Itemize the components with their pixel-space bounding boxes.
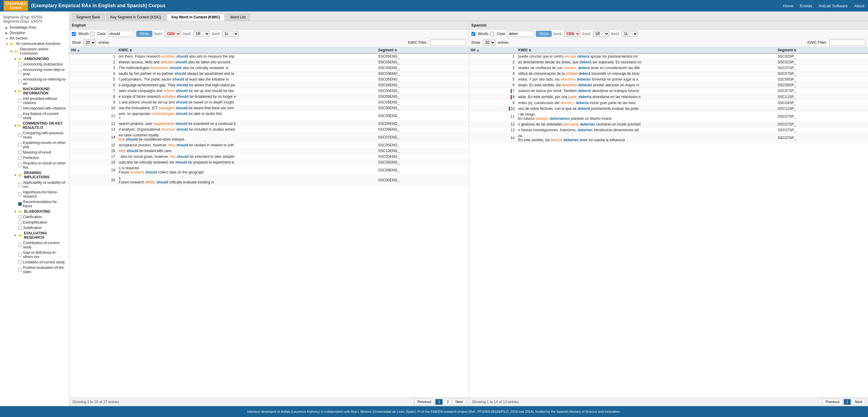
table-row[interactable]: 10uno de estos factores. con lo que se d… [469,106,868,112]
table-row[interactable]: 13n futuras investigaciones. Asimismo, d… [469,127,868,133]
checkbox-icon[interactable] [18,253,22,257]
checkbox-icon[interactable] [18,226,22,230]
nav-about[interactable]: About [854,4,864,8]
table-row[interactable]: 9entes (ej. cuestionario del director), … [469,100,868,106]
sidebar-item-ann-move[interactable]: Announcing-move-step-or-prop [0,67,69,77]
nav-home[interactable]: Home [783,4,794,8]
table-row[interactable]: 6empo. En este sentido, los directivos d… [469,82,868,88]
checkbox-icon[interactable] [18,99,22,102]
eng-next-btn[interactable]: Next [453,399,466,405]
sidebar-item-announcing[interactable]: ▼ 📁 ANNOUNCING [0,56,69,62]
sidebar-item-meaning[interactable]: Meaning-of-result [0,150,69,155]
esp-next-btn[interactable]: Next [852,399,865,405]
checkbox-icon[interactable] [18,151,22,154]
spanish-show-button[interactable]: Show [536,31,552,37]
table-row[interactable]: 16they should be treated with care.SSC10… [69,148,469,154]
table-row[interactable]: 10use the innovations. ICT managers shou… [69,105,469,111]
sidebar-item-applicability[interactable]: Applicability-or-usability-of-res- [0,180,69,189]
sidebar-item-comparing[interactable]: Comparing-with-previous-resea [0,130,69,140]
table-row[interactable]: 14za. En este sentido, los bancos deberí… [469,133,868,143]
nav-antlab[interactable]: AntLab Software [818,4,847,8]
sidebar-item-reaction[interactable]: Reaction-to-result-or-other-fea [0,160,69,170]
table-row[interactable]: 9s and actions should be set up and shou… [69,99,469,105]
table-row[interactable]: 18ould also be critically reviewed: we s… [69,159,469,166]
entries-select-eng[interactable]: 201050 [83,39,96,46]
sidebar-item-gap[interactable]: Gap-or-deficiency-in-others-res- [0,250,69,260]
sidebar-item-justification[interactable]: Justification [0,225,69,231]
th-hit-esp[interactable]: Hit ▲ [469,47,517,53]
sidebar-item-commenting[interactable]: ▼ 📁 COMMENTING ON KEY RESULTS O [0,121,69,130]
sidebar-item-limitation[interactable]: Limitation-of-current study [0,260,69,265]
eng-prev-btn[interactable]: Previous [415,399,434,405]
table-row[interactable]: 1om them. Future research activities sho… [69,53,469,59]
table-row[interactable]: 12s gestores de las entidades bancarias … [469,122,868,127]
table-row[interactable]: 3niveles de confianza de sus clientes, d… [469,65,868,71]
checkbox-icon[interactable] [18,133,22,137]
checkbox-icon[interactable]: ✓ [18,202,22,206]
case-checkbox-esp[interactable] [490,32,494,36]
sidebar-item-prediction[interactable]: Prediction [0,155,69,160]
checkbox-icon[interactable] [18,156,22,159]
checkbox-icon[interactable] [18,243,22,247]
table-row[interactable]: 1puede concluir que el centro escolar de… [469,53,868,59]
sort1-select-esp[interactable]: CEN1L1R [564,31,580,37]
table-row[interactable]: 8adas. En este sentido, por una parte, d… [469,94,868,100]
table-row[interactable]: 4olítica de comunicación de la entidad d… [469,71,868,77]
table-row[interactable]: 8e scope of future research activities s… [69,94,469,99]
kwic-filter-input-esp[interactable] [829,39,866,46]
table-row[interactable]: 12search projects. user requirements sho… [69,121,469,127]
table-row[interactable]: 5erdos. Y por otro lado, los directivos … [469,77,868,82]
english-keyword-input[interactable] [107,31,134,37]
sidebar-item-all-comm[interactable]: ▼ 📁 All communicative functions [0,41,69,47]
sort3-select-eng[interactable]: 1LCEN1R [222,31,239,37]
sidebar-item-key-feature[interactable]: Key-feature-of-current-study [0,111,69,121]
tab-segment-bank[interactable]: Segment Bank [72,13,105,21]
table-row[interactable]: 15acceptance process. however, they shou… [69,142,469,148]
sort2-select-esp[interactable]: 1RCEN1L [593,31,609,37]
tab-ksic[interactable]: Key Segment in Context (KSIC) [106,13,166,21]
table-row[interactable]: 17: also for social goals, however, this… [69,154,469,159]
th-kwic-esp[interactable]: KWIC ⇅ [516,47,776,53]
checkbox-icon[interactable] [18,192,22,196]
table-row[interactable]: 11asis. so appropriate methodologies sho… [69,111,469,121]
sidebar-item-explaining[interactable]: Explaining-results-or-other-phe [0,140,69,150]
th-segment-eng[interactable]: Segment ⇅ [376,47,469,53]
table-row[interactable]: 11l de riesgo. En futuros trabajos deber… [469,112,868,122]
words-checkbox[interactable] [72,32,76,36]
sidebar-item-info-no-cite[interactable]: Info-provided-without-citations [0,96,69,106]
checkbox-icon[interactable] [18,260,22,264]
checkbox-icon[interactable] [18,70,22,73]
checkbox-icon[interactable] [18,114,22,118]
spanish-keyword-input[interactable] [507,31,534,37]
checkbox-icon[interactable] [18,268,22,272]
table-row[interactable]: 5f policymakers. The public sector shoul… [69,77,469,82]
checkbox-icon[interactable] [18,143,22,147]
tab-word-list[interactable]: Word List [226,13,250,21]
checkbox-icon[interactable] [18,183,22,186]
words-checkbox-esp[interactable] [471,32,475,36]
sidebar-item-info-cite[interactable]: Info-reported-with-citations [0,106,69,111]
table-row[interactable]: 6e language-achievement gap. They should… [69,82,469,88]
eng-page-1-btn[interactable]: 1 [435,399,443,405]
table-row[interactable]: 4saults by her partner or ex-partner sho… [69,71,469,77]
th-kwic-eng[interactable]: KWIC ⇅ [117,47,376,53]
entries-select-esp[interactable]: 201050 [483,39,496,46]
table-row[interactable]: 7suarios de banca por móvil, También deb… [469,88,868,94]
table-row[interactable]: 2etween access, skills and attitudes sho… [69,59,469,65]
sidebar-item-ra-section[interactable]: ▼ RA Section [0,36,69,41]
table-row[interactable]: 20s. Future research efforts should crit… [69,175,469,185]
esp-page-1-btn[interactable]: 1 [843,399,851,405]
sidebar-item-exemplification[interactable]: Exemplification [0,220,69,225]
th-segment-esp[interactable]: Segment ⇅ [776,47,868,53]
sidebar-item-discipline[interactable]: ▶ Discipline [0,30,69,36]
checkbox-icon[interactable] [18,107,22,110]
sidebar-item-ann-or[interactable]: Announcing-or-referring-to-an- [0,77,69,86]
nav-eneida[interactable]: Eneida [800,4,812,8]
sidebar-item-clarification[interactable]: Clarification [0,214,69,220]
sidebar-item-knowledge-area[interactable]: ▶ Knowledge Area [0,25,69,30]
esp-prev-btn[interactable]: Previous [823,399,842,405]
case-checkbox[interactable] [91,32,94,36]
table-row[interactable]: 13d analysis. Organizational structure s… [69,127,469,132]
checkbox-icon[interactable] [18,215,22,219]
sort3-select-esp[interactable]: 1LCEN1R [622,31,638,37]
